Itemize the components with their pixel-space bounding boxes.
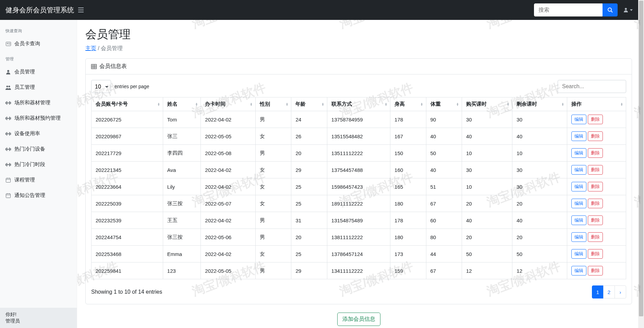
- column-header[interactable]: 姓名▲▼: [163, 97, 201, 111]
- edit-button[interactable]: 编辑: [571, 165, 586, 175]
- column-header[interactable]: 剩余课时▲▼: [512, 97, 567, 111]
- table-search-input[interactable]: [558, 80, 626, 93]
- delete-button[interactable]: 删除: [588, 115, 603, 124]
- menu-toggle-icon[interactable]: [78, 8, 84, 12]
- scrollbar-thumb[interactable]: [639, 1, 643, 316]
- edit-button[interactable]: 编辑: [571, 115, 586, 124]
- sidebar-item-staff[interactable]: 员工管理: [0, 80, 77, 95]
- sidebar-item-usage[interactable]: 设备使用率: [0, 126, 77, 141]
- vertical-scrollbar[interactable]: [638, 0, 644, 328]
- table-row: 202223664Lily2022-04-02女2515986457423165…: [92, 178, 626, 195]
- sidebar-item-notice[interactable]: 通知公告管理: [0, 188, 77, 203]
- column-header[interactable]: 体重▲▼: [426, 97, 462, 111]
- edit-button[interactable]: 编辑: [571, 148, 586, 158]
- page-length-select[interactable]: 10: [91, 80, 111, 93]
- edit-button[interactable]: 编辑: [571, 232, 586, 242]
- global-search-input[interactable]: [534, 3, 603, 16]
- cell-w: 80: [426, 229, 462, 246]
- edit-button[interactable]: 编辑: [571, 266, 586, 276]
- svg-rect-27: [10, 148, 11, 150]
- sidebar-heading-quick: 快速查询: [0, 23, 77, 36]
- svg-rect-10: [7, 103, 9, 103]
- cell-id: 202253468: [92, 246, 163, 262]
- delete-button[interactable]: 删除: [588, 249, 603, 259]
- dumbbell-icon: [5, 132, 11, 136]
- delete-button[interactable]: 删除: [588, 165, 603, 175]
- sidebar-item-member[interactable]: 会员管理: [0, 64, 77, 80]
- edit-button[interactable]: 编辑: [571, 131, 586, 141]
- cell-phone: 15986457423: [327, 178, 390, 195]
- column-header[interactable]: 操作▲▼: [567, 97, 626, 111]
- cell-sex: 男: [256, 111, 291, 128]
- sidebar-item-hot-equip[interactable]: 热门冷门设备: [0, 141, 77, 157]
- cell-w: 50: [426, 145, 462, 162]
- cell-age: 20: [291, 145, 327, 162]
- cell-name: 123: [163, 262, 201, 279]
- sidebar-item-booking[interactable]: 场所和器材预约管理: [0, 110, 77, 126]
- column-header[interactable]: 联系方式▲▼: [327, 97, 390, 111]
- delete-button[interactable]: 删除: [588, 199, 603, 208]
- delete-button[interactable]: 删除: [588, 266, 603, 276]
- column-header[interactable]: 身高▲▼: [390, 97, 426, 111]
- edit-button[interactable]: 编辑: [571, 215, 586, 225]
- cell-name: Emma: [163, 246, 201, 262]
- sidebar-item-hot-time[interactable]: 热门冷门时段: [0, 157, 77, 172]
- edit-button[interactable]: 编辑: [571, 249, 586, 259]
- cell-date: 2022-05-06: [201, 229, 256, 246]
- delete-button[interactable]: 删除: [588, 215, 603, 225]
- cell-phone: 18911112222: [327, 195, 390, 212]
- delete-button[interactable]: 删除: [588, 131, 603, 141]
- sort-icon: ▲▼: [421, 103, 423, 106]
- edit-button[interactable]: 编辑: [571, 199, 586, 208]
- breadcrumb-home-link[interactable]: 主页: [85, 45, 96, 51]
- delete-button[interactable]: 删除: [588, 232, 603, 242]
- cell-actions: 编辑删除: [567, 128, 626, 145]
- page-next-button[interactable]: ›: [615, 285, 626, 298]
- svg-rect-3: [6, 42, 11, 46]
- global-search: [534, 3, 618, 16]
- sidebar-item-card-query[interactable]: 会员卡查询: [0, 36, 77, 51]
- cell-rem: 40: [512, 212, 567, 229]
- user-menu[interactable]: [621, 5, 635, 15]
- app-brand: 健身会所会员管理系统: [5, 5, 74, 15]
- cell-id: 202223664: [92, 178, 163, 195]
- dumbbell-icon: [5, 163, 11, 166]
- page-button-2[interactable]: 2: [603, 285, 615, 298]
- svg-rect-8: [5, 102, 6, 104]
- cell-name: Ava: [163, 162, 201, 178]
- svg-rect-26: [9, 148, 10, 151]
- cell-age: 20: [291, 229, 327, 246]
- column-header[interactable]: 年龄▲▼: [291, 97, 327, 111]
- sidebar-item-course[interactable]: 课程管理: [0, 172, 77, 188]
- svg-point-4: [7, 43, 8, 44]
- sidebar-item-venue[interactable]: 场所和器材管理: [0, 95, 77, 110]
- delete-button[interactable]: 删除: [588, 182, 603, 191]
- cell-id: 202209867: [92, 128, 163, 145]
- svg-rect-14: [7, 117, 7, 120]
- add-member-button[interactable]: 添加会员信息: [337, 313, 380, 326]
- svg-rect-9: [7, 101, 7, 105]
- sidebar-item-label: 课程管理: [14, 177, 35, 183]
- cell-phone: 13154875489: [327, 212, 390, 229]
- cell-rem: 30: [512, 162, 567, 178]
- edit-button[interactable]: 编辑: [571, 182, 586, 191]
- sidebar-item-label: 员工管理: [14, 84, 35, 91]
- svg-rect-15: [7, 118, 9, 119]
- column-header[interactable]: 购买课时▲▼: [462, 97, 512, 111]
- column-header[interactable]: 办卡时间▲▼: [201, 97, 256, 111]
- delete-button[interactable]: 删除: [588, 148, 603, 158]
- cell-name: 李四四: [163, 145, 201, 162]
- dumbbell-icon: [5, 117, 11, 120]
- cell-age: 31: [291, 212, 327, 229]
- column-header[interactable]: 会员账号/卡号▲▼: [92, 97, 163, 111]
- global-search-button[interactable]: [603, 3, 618, 16]
- sidebar-item-label: 热门冷门设备: [14, 146, 45, 152]
- page-button-1[interactable]: 1: [592, 285, 604, 298]
- column-header[interactable]: 性别▲▼: [256, 97, 291, 111]
- svg-point-7: [9, 85, 10, 87]
- user-icon: [5, 70, 11, 74]
- sort-icon: ▲▼: [620, 103, 623, 106]
- topbar: 健身会所会员管理系统: [0, 0, 640, 20]
- entries-label: entries per page: [114, 84, 149, 89]
- svg-rect-19: [7, 132, 7, 136]
